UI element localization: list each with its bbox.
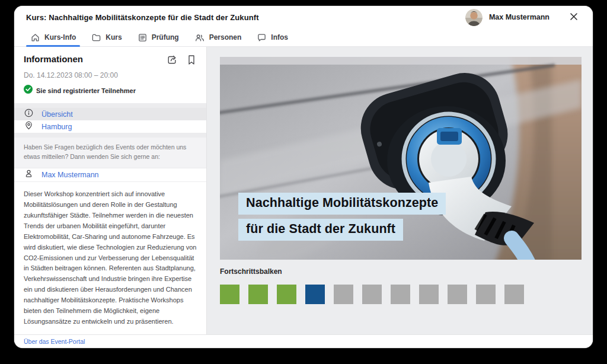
contact-link[interactable]: Max Mustermann xyxy=(14,168,206,183)
section-divider xyxy=(14,133,206,138)
sidebar-item-uebersicht[interactable]: Übersicht xyxy=(14,108,206,120)
progress-square-open xyxy=(448,285,467,304)
people-icon xyxy=(194,33,205,43)
hero-image: Nachhaltige Mobilitätskonzepte für die S… xyxy=(220,57,582,260)
registration-status: Sie sind registrierter Teilnehmer xyxy=(36,87,136,94)
progress-square-done xyxy=(248,285,268,304)
share-icon[interactable] xyxy=(166,54,178,66)
info-icon xyxy=(24,108,34,120)
hero-title: Nachhaltige Mobilitätskonzepte für die S… xyxy=(238,193,446,241)
event-datetime: Do. 14.12.2023 08:00 – 20:00 xyxy=(24,71,197,79)
hero-title-line1: Nachhaltige Mobilitätskonzepte xyxy=(238,193,446,215)
folder-icon xyxy=(91,33,101,43)
sidebar-header: Informationen xyxy=(14,47,206,103)
location-pin-icon xyxy=(24,120,34,133)
progress-square-done xyxy=(220,285,239,304)
about-portal-link[interactable]: Über das Event-Portal xyxy=(24,338,85,345)
check-circle-icon xyxy=(24,85,33,96)
progress-square-open xyxy=(334,285,353,304)
main-panel: Nachhaltige Mobilitätskonzepte für die S… xyxy=(207,47,593,334)
title-bar: Kurs: Nachhaltige Mobilitätskonzepte für… xyxy=(14,6,593,28)
avatar xyxy=(465,9,483,26)
tab-label: Kurs xyxy=(106,33,122,41)
course-window: Kurs: Nachhaltige Mobilitätskonzepte für… xyxy=(14,6,593,348)
progress-square-open xyxy=(391,285,410,304)
tab-label: Personen xyxy=(209,33,242,41)
exam-list-icon xyxy=(138,33,148,43)
tab-bar: Kurs-Info Kurs Prüfung xyxy=(14,28,593,47)
sidebar-item-hamburg[interactable]: Hamburg xyxy=(14,120,206,133)
home-icon xyxy=(30,33,40,43)
window-title: Kurs: Nachhaltige Mobilitätskonzepte für… xyxy=(26,13,259,22)
close-icon xyxy=(569,12,579,23)
info-sidebar: Informationen xyxy=(14,47,207,334)
tab-personen[interactable]: Personen xyxy=(187,28,250,46)
progress-square-open xyxy=(476,285,496,304)
user-name: Max Mustermann xyxy=(489,13,550,21)
chat-bubble-icon xyxy=(257,33,267,43)
tab-label: Kurs-Info xyxy=(44,33,76,41)
tab-label: Infos xyxy=(271,33,288,41)
progress-square-current xyxy=(305,285,325,304)
sidebar-item-label: Übersicht xyxy=(41,110,73,119)
tab-kurs-info[interactable]: Kurs-Info xyxy=(23,28,84,46)
tab-kurs[interactable]: Kurs xyxy=(84,28,129,46)
contact-intro: Haben Sie Fragen bezüglich des Events od… xyxy=(14,138,206,168)
sidebar-heading: Informationen xyxy=(24,54,83,64)
tab-pruefung[interactable]: Prüfung xyxy=(130,28,187,46)
section-divider xyxy=(14,103,206,108)
close-button[interactable] xyxy=(568,11,580,24)
progress-bar xyxy=(220,285,593,304)
contact-name: Max Mustermann xyxy=(41,171,99,179)
progress-label: Fortschrittsbalken xyxy=(220,267,593,276)
bookmark-icon[interactable] xyxy=(186,54,197,66)
tab-label: Prüfung xyxy=(152,33,179,41)
person-icon xyxy=(24,168,34,181)
registration-row: Sie sind registrierter Teilnehmer xyxy=(24,85,197,96)
progress-square-open xyxy=(419,285,439,304)
progress-square-open xyxy=(504,285,524,304)
progress-square-open xyxy=(362,285,382,304)
sidebar-item-label: Hamburg xyxy=(41,123,72,131)
hero-title-line2: für die Stadt der Zukunft xyxy=(238,219,403,241)
course-description: Dieser Workshop konzentriert sich auf in… xyxy=(14,182,206,334)
content-area: Informationen xyxy=(14,47,593,334)
tab-infos[interactable]: Infos xyxy=(249,28,296,46)
window-footer: Über das Event-Portal xyxy=(14,334,593,348)
progress-square-done xyxy=(277,285,296,304)
